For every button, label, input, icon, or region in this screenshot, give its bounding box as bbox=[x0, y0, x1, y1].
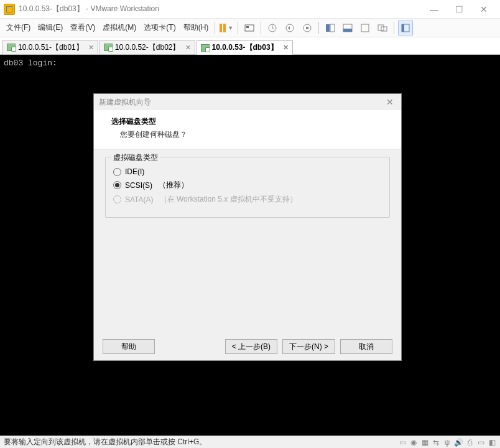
library-view-icon[interactable] bbox=[398, 21, 413, 35]
fieldset-legend: 虚拟磁盘类型 bbox=[111, 152, 160, 163]
separator bbox=[215, 22, 215, 34]
cancel-button[interactable]: 取消 bbox=[340, 339, 392, 354]
message-icon[interactable]: ▭ bbox=[476, 438, 485, 447]
separator bbox=[318, 22, 319, 34]
tab-db03[interactable]: 10.0.0.53-【db03】 ✕ bbox=[197, 40, 293, 55]
radio-scsi[interactable]: SCSI(S) （推荐） bbox=[113, 180, 382, 190]
vm-tabbar: 10.0.0.51-【db01】 ✕ 10.0.0.52-【db02】 ✕ 10… bbox=[0, 37, 500, 55]
separator bbox=[394, 22, 394, 34]
vm-icon bbox=[7, 44, 16, 51]
svg-rect-10 bbox=[361, 24, 369, 32]
printer-icon[interactable]: ⎙ bbox=[465, 438, 474, 447]
radio-icon bbox=[113, 168, 121, 176]
cdrom-icon[interactable]: ◉ bbox=[409, 438, 418, 447]
close-button[interactable]: ✕ bbox=[471, 1, 496, 18]
dialog-titlebar: 新建虚拟机向导 ✕ bbox=[94, 94, 401, 110]
dialog-header-subtitle: 您要创建何种磁盘？ bbox=[111, 129, 389, 140]
radio-sata: SATA(A) （在 Workstation 5.x 虚拟机中不受支持） bbox=[113, 194, 382, 205]
maximize-button[interactable]: ☐ bbox=[447, 1, 471, 18]
menu-edit[interactable]: 编辑(E) bbox=[34, 20, 67, 35]
usb-icon[interactable]: ψ bbox=[443, 438, 451, 447]
menu-view[interactable]: 查看(V) bbox=[67, 20, 99, 35]
show-thumbnail-icon[interactable] bbox=[340, 21, 355, 35]
app-icon bbox=[4, 4, 15, 15]
minimize-button[interactable]: — bbox=[422, 1, 447, 18]
input-grab-icon[interactable]: ◧ bbox=[488, 438, 496, 447]
window-titlebar: 10.0.0.53-【db03】 - VMware Workstation — … bbox=[0, 0, 500, 19]
radio-note: （推荐） bbox=[159, 180, 188, 190]
send-ctrlaltdel-icon[interactable] bbox=[242, 21, 257, 35]
svg-rect-1 bbox=[246, 26, 249, 28]
show-console-icon[interactable] bbox=[323, 21, 338, 35]
radio-icon bbox=[113, 195, 121, 203]
tab-label: 10.0.0.52-【db02】 bbox=[115, 42, 180, 53]
help-button[interactable]: 帮助 bbox=[103, 339, 155, 354]
tab-db02[interactable]: 10.0.0.52-【db02】 ✕ bbox=[100, 40, 195, 54]
radio-label: SCSI(S) bbox=[125, 181, 152, 190]
menu-vm[interactable]: 虚拟机(M) bbox=[99, 20, 140, 35]
radio-label: SATA(A) bbox=[125, 195, 154, 204]
status-text: 要将输入定向到该虚拟机，请在虚拟机内部单击或按 Ctrl+G。 bbox=[4, 437, 206, 447]
dialog-header: 选择磁盘类型 您要创建何种磁盘？ bbox=[94, 110, 401, 149]
menubar: 文件(F) 编辑(E) 查看(V) 虚拟机(M) 选项卡(T) 帮助(H) ▼ bbox=[0, 19, 500, 37]
dialog-title: 新建虚拟机向导 bbox=[99, 97, 151, 108]
pause-button[interactable]: ▼ bbox=[219, 21, 234, 35]
svg-rect-6 bbox=[326, 24, 330, 32]
console-text: db03 login: bbox=[4, 58, 496, 68]
window-title: 10.0.0.53-【db03】 - VMware Workstation bbox=[19, 4, 422, 14]
tab-close-icon[interactable]: ✕ bbox=[283, 44, 289, 52]
svg-rect-5 bbox=[306, 27, 308, 29]
menu-help[interactable]: 帮助(H) bbox=[180, 20, 213, 35]
tab-close-icon[interactable]: ✕ bbox=[185, 44, 191, 52]
fullscreen-icon[interactable] bbox=[358, 21, 373, 35]
unity-icon[interactable] bbox=[375, 21, 390, 35]
dialog-body: 虚拟磁盘类型 IDE(I) SCSI(S) （推荐） SATA(A) （在 Wo… bbox=[94, 149, 401, 333]
disk-icon[interactable]: ▭ bbox=[398, 438, 407, 447]
radio-label: IDE(I) bbox=[125, 167, 144, 176]
vm-icon bbox=[104, 44, 113, 51]
new-vm-wizard-dialog: 新建虚拟机向导 ✕ 选择磁盘类型 您要创建何种磁盘？ 虚拟磁盘类型 IDE(I)… bbox=[93, 93, 402, 361]
tab-label: 10.0.0.53-【db03】 bbox=[212, 42, 278, 53]
disk-type-fieldset: 虚拟磁盘类型 IDE(I) SCSI(S) （推荐） SATA(A) （在 Wo… bbox=[105, 157, 390, 218]
statusbar: 要将输入定向到该虚拟机，请在虚拟机内部单击或按 Ctrl+G。 ▭ ◉ ▦ ⇆ … bbox=[0, 436, 500, 448]
svg-rect-14 bbox=[402, 24, 404, 32]
dropdown-arrow-icon: ▼ bbox=[228, 25, 233, 31]
svg-rect-9 bbox=[343, 29, 352, 32]
dialog-footer: 帮助 < 上一步(B) 下一步(N) > 取消 bbox=[94, 333, 401, 360]
snapshot-revert-icon[interactable] bbox=[282, 21, 297, 35]
radio-icon bbox=[113, 181, 121, 189]
snapshot-take-icon[interactable] bbox=[265, 21, 280, 35]
tab-label: 10.0.0.51-【db01】 bbox=[18, 42, 83, 53]
snapshot-manager-icon[interactable] bbox=[300, 21, 315, 35]
svg-rect-7 bbox=[330, 24, 335, 32]
sound-icon[interactable]: 🔊 bbox=[454, 438, 463, 447]
tab-db01[interactable]: 10.0.0.51-【db01】 ✕ bbox=[2, 40, 98, 54]
tab-close-icon[interactable]: ✕ bbox=[88, 44, 94, 52]
radio-note: （在 Workstation 5.x 虚拟机中不受支持） bbox=[160, 194, 297, 205]
back-button[interactable]: < 上一步(B) bbox=[225, 339, 277, 354]
network-icon[interactable]: ⇆ bbox=[432, 438, 440, 447]
vm-icon bbox=[201, 44, 210, 52]
radio-ide[interactable]: IDE(I) bbox=[113, 167, 382, 176]
separator bbox=[261, 22, 261, 34]
separator bbox=[238, 22, 238, 34]
dialog-header-title: 选择磁盘类型 bbox=[111, 116, 389, 127]
floppy-icon[interactable]: ▦ bbox=[420, 438, 429, 447]
menu-file[interactable]: 文件(F) bbox=[2, 20, 34, 35]
next-button[interactable]: 下一步(N) > bbox=[282, 339, 335, 354]
dialog-close-icon[interactable]: ✕ bbox=[384, 97, 396, 107]
menu-tabs[interactable]: 选项卡(T) bbox=[140, 20, 179, 35]
